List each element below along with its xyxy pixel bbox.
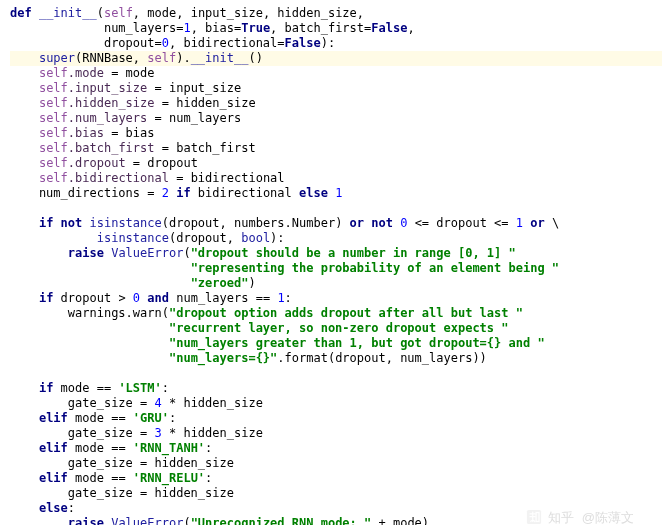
code-token: self xyxy=(39,96,68,110)
code-token: "dropout option adds dropout after all b… xyxy=(169,306,523,320)
code-token: = dropout xyxy=(126,156,198,170)
code-line: self.hidden_size = hidden_size xyxy=(10,96,662,111)
code-token: ): xyxy=(270,231,284,245)
code-token: gate_size = hidden_size xyxy=(10,456,234,470)
code-token: isinstance xyxy=(90,216,162,230)
code-token: else xyxy=(39,501,68,515)
code-token: (dropout, xyxy=(169,231,241,245)
code-token: if xyxy=(39,381,53,395)
code-line: gate_size = hidden_size xyxy=(10,456,662,471)
code-token: elif xyxy=(39,471,68,485)
code-token: gate_size = hidden_size xyxy=(10,486,234,500)
code-token: "representing the probability of an elem… xyxy=(191,261,559,275)
code-token: self xyxy=(39,171,68,185)
code-token: dropout > xyxy=(53,291,132,305)
code-line: gate_size = 4 * hidden_size xyxy=(10,396,662,411)
code-token: True xyxy=(241,21,270,35)
code-token: num_layers == xyxy=(169,291,277,305)
code-token: isinstance xyxy=(97,231,169,245)
code-token xyxy=(82,216,89,230)
code-token xyxy=(10,351,169,365)
code-token: , xyxy=(407,21,414,35)
code-token: .dropout xyxy=(68,156,126,170)
code-token: 2 xyxy=(162,186,169,200)
code-token xyxy=(10,171,39,185)
code-token: False xyxy=(285,36,321,50)
code-token: .format(dropout, num_layers)) xyxy=(277,351,487,365)
code-line: else: xyxy=(10,501,662,516)
code-token: elif xyxy=(39,441,68,455)
code-token: elif xyxy=(39,411,68,425)
code-token: def xyxy=(10,6,32,20)
code-token: = bidirectional xyxy=(169,171,285,185)
code-line: if dropout > 0 and num_layers == 1: xyxy=(10,291,662,306)
code-token: 4 xyxy=(155,396,162,410)
code-token: = num_layers xyxy=(147,111,241,125)
code-line: self.mode = mode xyxy=(10,66,662,81)
code-token: .bias xyxy=(68,126,104,140)
code-token: = batch_first xyxy=(155,141,256,155)
code-line: self.num_layers = num_layers xyxy=(10,111,662,126)
code-token: = bias xyxy=(104,126,155,140)
code-token: self xyxy=(39,156,68,170)
code-token: 0 xyxy=(133,291,140,305)
code-token: : xyxy=(285,291,292,305)
code-line: if not isinstance(dropout, numbers.Numbe… xyxy=(10,216,662,231)
code-token: ( xyxy=(97,6,104,20)
code-token: num_layers= xyxy=(10,21,183,35)
code-token xyxy=(10,246,68,260)
code-token: __init__ xyxy=(39,6,97,20)
code-token: or xyxy=(530,216,544,230)
code-token: .input_size xyxy=(68,81,147,95)
code-line: warnings.warn("dropout option adds dropo… xyxy=(10,306,662,321)
code-token: warnings.warn( xyxy=(10,306,169,320)
code-token: self xyxy=(39,141,68,155)
code-line: "representing the probability of an elem… xyxy=(10,261,662,276)
code-token: bidirectional xyxy=(191,186,299,200)
code-line: self.bias = bias xyxy=(10,126,662,141)
code-token: .num_layers xyxy=(68,111,147,125)
code-token: ValueError xyxy=(111,246,183,260)
code-token: .mode xyxy=(68,66,104,80)
code-token: if xyxy=(176,186,190,200)
code-token: super xyxy=(39,51,75,65)
code-token: bool xyxy=(241,231,270,245)
code-token: () xyxy=(248,51,262,65)
code-token: self xyxy=(39,126,68,140)
code-token: "Unrecognized RNN mode: " xyxy=(191,516,372,525)
code-line: "num_layers greater than 1, but got drop… xyxy=(10,336,662,351)
code-token xyxy=(10,111,39,125)
code-token: = hidden_size xyxy=(155,96,256,110)
code-token: : xyxy=(68,501,75,515)
code-token: False xyxy=(371,21,407,35)
code-token: num_directions = xyxy=(10,186,162,200)
code-token: .bidirectional xyxy=(68,171,169,185)
code-token: 'LSTM' xyxy=(118,381,161,395)
code-token: = input_size xyxy=(147,81,241,95)
code-line: "zeroed") xyxy=(10,276,662,291)
code-token: __init__ xyxy=(191,51,249,65)
code-line: raise ValueError("dropout should be a nu… xyxy=(10,246,662,261)
code-token: if not xyxy=(39,216,82,230)
code-line: super(RNNBase, self).__init__() xyxy=(10,51,662,66)
code-token: raise xyxy=(68,246,104,260)
code-token: : xyxy=(169,411,176,425)
code-line: raise ValueError("Unrecognized RNN mode:… xyxy=(10,516,662,525)
code-token: "num_layers={}" xyxy=(169,351,277,365)
code-token: .hidden_size xyxy=(68,96,155,110)
code-token: , bidirectional= xyxy=(169,36,285,50)
code-line xyxy=(10,366,662,381)
code-token: 0 xyxy=(162,36,169,50)
code-token xyxy=(10,516,68,525)
code-token: * hidden_size xyxy=(162,396,263,410)
code-token xyxy=(10,381,39,395)
code-token xyxy=(10,471,39,485)
code-token: , bias= xyxy=(191,21,242,35)
code-token: * hidden_size xyxy=(162,426,263,440)
code-token: self xyxy=(147,51,176,65)
code-token: 1 xyxy=(277,291,284,305)
code-token: "num_layers greater than 1, but got drop… xyxy=(169,336,545,350)
code-token: or not xyxy=(350,216,393,230)
code-token: ). xyxy=(176,51,190,65)
code-token: self xyxy=(104,6,133,20)
